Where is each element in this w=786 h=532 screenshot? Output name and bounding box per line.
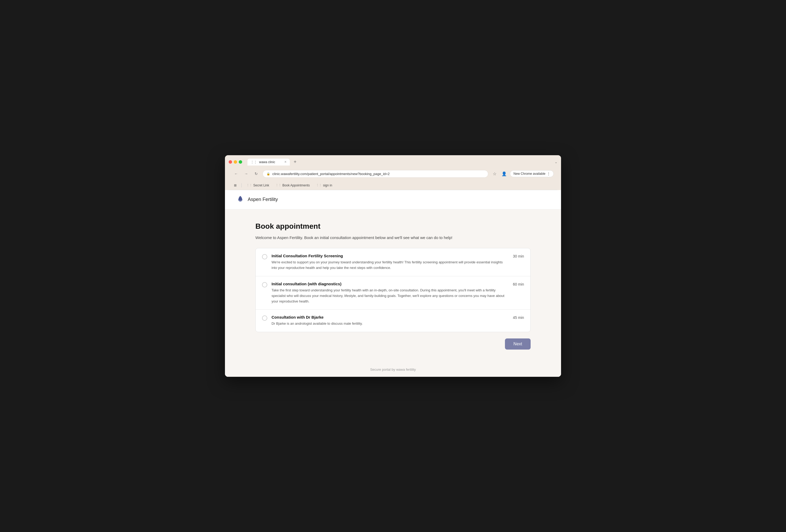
bookmarks-grid-icon[interactable]: ⊞ <box>232 183 238 188</box>
lock-icon: 🔒 <box>267 172 270 175</box>
page-content: Aspen Fertility Book appointment Welcome… <box>225 190 561 377</box>
radio-button-1[interactable] <box>262 282 267 287</box>
bookmark-label-secret: Secret Link <box>253 184 269 187</box>
tab-dropdown-button[interactable]: ⌄ <box>555 160 557 164</box>
appointment-title-2: Consultation with Dr Bjarke <box>272 315 509 319</box>
radio-button-2[interactable] <box>262 315 267 321</box>
appointment-info-2: Consultation with Dr Bjarke Dr Bjarke is… <box>272 315 509 327</box>
appointment-desc-0: We're excited to support you on your jou… <box>272 260 509 271</box>
chrome-available-button[interactable]: New Chrome available ⋮ <box>510 170 554 177</box>
appointment-option-1[interactable]: Initial consultation (with diagnostics) … <box>256 276 530 310</box>
bookmark-label-signin: sign in <box>323 184 332 187</box>
close-button[interactable] <box>229 160 232 164</box>
browser-titlebar: ⋮⋮ wawa clinic ✕ + ⌄ ← → ↻ 🔒 clinic.wawa… <box>225 155 561 190</box>
url-text: clinic.wawafertility.com/patient_portal/… <box>272 172 484 176</box>
appointment-option-2[interactable]: Consultation with Dr Bjarke Dr Bjarke is… <box>256 310 530 332</box>
appointment-title-1: Initial consultation (with diagnostics) <box>272 282 509 286</box>
address-bar[interactable]: 🔒 clinic.wawafertility.com/patient_porta… <box>262 170 488 178</box>
appointment-option-0[interactable]: Initial Consultation Fertility Screening… <box>256 248 530 276</box>
bookmark-icon-secret: ⋮⋮ <box>246 184 252 187</box>
site-name: Aspen Fertility <box>248 197 278 202</box>
bookmark-icon-appointments: ⋮⋮ <box>276 184 281 187</box>
appointment-desc-2: Dr Bjarke is an andrologist available to… <box>272 321 509 327</box>
minimize-button[interactable] <box>234 160 237 164</box>
chrome-available-label: New Chrome available <box>513 172 546 175</box>
browser-window: ⋮⋮ wawa clinic ✕ + ⌄ ← → ↻ 🔒 clinic.wawa… <box>225 155 561 377</box>
tab-close-button[interactable]: ✕ <box>284 160 286 164</box>
footer-text: Secure portal by wawa fertility <box>370 367 416 371</box>
tab-title: wawa clinic <box>259 160 275 164</box>
new-tab-button[interactable]: + <box>292 159 299 166</box>
tab-favicon: ⋮⋮ <box>251 160 257 164</box>
bookmark-secret-link[interactable]: ⋮⋮ Secret Link <box>245 183 271 188</box>
browser-tab[interactable]: ⋮⋮ wawa clinic ✕ <box>248 159 290 166</box>
site-footer: Secure portal by wawa fertility <box>225 362 561 377</box>
traffic-lights <box>229 160 242 164</box>
appointment-duration-0: 30 min <box>513 254 524 258</box>
appointment-list: Initial Consultation Fertility Screening… <box>255 248 531 332</box>
toolbar-actions: ☆ 👤 New Chrome available ⋮ <box>491 170 554 177</box>
actions-row: Next <box>255 338 531 349</box>
appointment-duration-2: 45 min <box>513 315 524 320</box>
profile-button[interactable]: 👤 <box>501 170 508 177</box>
chrome-menu-icon: ⋮ <box>547 172 550 175</box>
bookmark-label-appointments: Book Appointments <box>282 184 310 187</box>
appointment-info-1: Initial consultation (with diagnostics) … <box>272 282 509 304</box>
page-description: Welcome to Aspen Fertility. Book an init… <box>255 235 531 241</box>
bookmark-book-appointments[interactable]: ⋮⋮ Book Appointments <box>274 183 311 188</box>
radio-button-0[interactable] <box>262 254 267 259</box>
back-button[interactable]: ← <box>232 170 240 177</box>
site-header: Aspen Fertility <box>225 190 561 210</box>
forward-button[interactable]: → <box>242 170 250 177</box>
bookmarks-bar: ⊞ ⋮⋮ Secret Link ⋮⋮ Book Appointments ⋮⋮… <box>229 182 557 190</box>
appointment-desc-1: Take the first step toward understanding… <box>272 288 509 304</box>
reload-button[interactable]: ↻ <box>252 170 260 177</box>
page-title: Book appointment <box>255 222 531 231</box>
main-content: Book appointment Welcome to Aspen Fertil… <box>234 210 552 362</box>
bookmark-star-button[interactable]: ☆ <box>491 170 498 177</box>
site-logo: Aspen Fertility <box>235 194 278 205</box>
appointment-title-0: Initial Consultation Fertility Screening <box>272 253 509 258</box>
bookmark-icon-signin: ⋮⋮ <box>316 184 322 187</box>
browser-toolbar: ← → ↻ 🔒 clinic.wawafertility.com/patient… <box>229 168 557 180</box>
appointment-duration-1: 60 min <box>513 282 524 286</box>
maximize-button[interactable] <box>239 160 242 164</box>
bookmark-sign-in[interactable]: ⋮⋮ sign in <box>315 183 334 188</box>
tab-bar: ⋮⋮ wawa clinic ✕ + <box>248 159 553 166</box>
next-button[interactable]: Next <box>505 338 531 349</box>
logo-icon <box>235 194 245 205</box>
appointment-info-0: Initial Consultation Fertility Screening… <box>272 253 509 271</box>
